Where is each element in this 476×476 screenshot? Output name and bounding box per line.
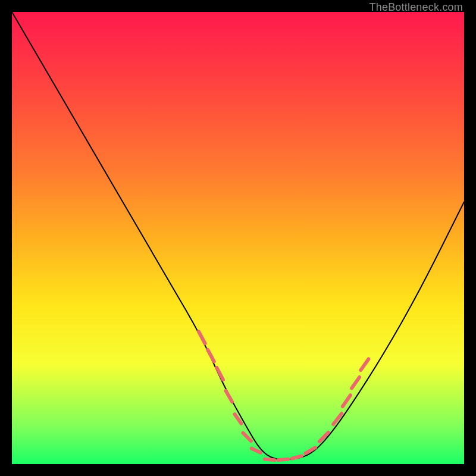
watermark-label: TheBottleneck.com <box>369 1 463 14</box>
svg-line-10 <box>305 447 315 453</box>
svg-line-8 <box>278 459 289 460</box>
svg-line-6 <box>252 449 261 453</box>
svg-line-7 <box>265 459 275 460</box>
svg-line-14 <box>352 377 359 389</box>
svg-line-15 <box>361 359 368 370</box>
plot-area <box>12 12 464 464</box>
svg-line-13 <box>343 395 350 406</box>
svg-line-0 <box>199 331 205 343</box>
curve-layer <box>12 12 464 464</box>
chart-frame: TheBottleneck.com <box>0 0 476 476</box>
svg-line-5 <box>243 433 250 441</box>
svg-line-12 <box>333 414 342 424</box>
bottleneck-curve <box>12 12 464 459</box>
highlight-dashes <box>199 331 368 460</box>
svg-line-3 <box>226 391 232 402</box>
svg-line-1 <box>208 350 214 362</box>
svg-line-9 <box>292 456 302 458</box>
